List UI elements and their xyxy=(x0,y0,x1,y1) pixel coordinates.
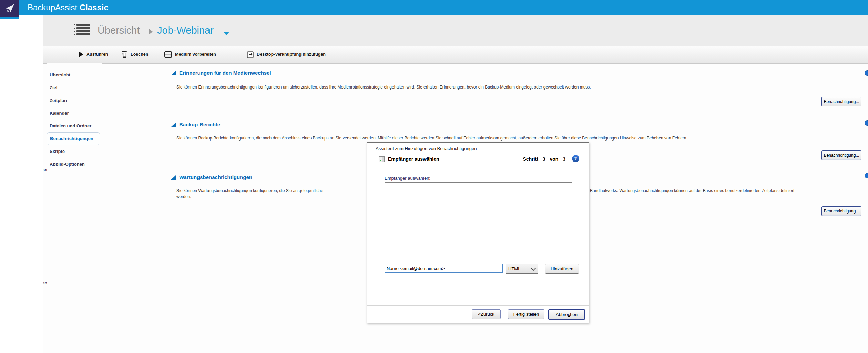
play-icon xyxy=(79,51,83,58)
logo-underline xyxy=(0,17,19,19)
cancel-button[interactable]: Abbrechen xyxy=(548,309,585,320)
subnav-item-abbild-optionen[interactable]: Abbild-Optionen xyxy=(47,158,100,170)
recipients-listbox[interactable] xyxy=(385,182,572,260)
format-select-value: HTML xyxy=(506,266,532,271)
add-notification-wizard-dialog: Assistent zum Hinzufügen von Benachricht… xyxy=(367,142,589,323)
format-select[interactable]: HTML xyxy=(506,264,538,274)
notification-button-1[interactable]: Benachrichtigung... xyxy=(821,97,861,106)
section-title-backup-berichte: Backup-Berichte xyxy=(179,122,220,127)
dialog-step-heading: Empfänger auswählen xyxy=(388,156,439,162)
notification-button-2[interactable]: Benachrichtigung... xyxy=(821,150,861,160)
dialog-title: Assistent zum Hinzufügen von Benachricht… xyxy=(376,146,477,151)
recipients-label: Empfänger auswählen: xyxy=(385,176,430,181)
job-list-icon[interactable] xyxy=(76,23,90,37)
subnav-item-zeitplan[interactable]: Zeitplan xyxy=(47,94,100,107)
subnav-item-uebersicht[interactable]: Übersicht xyxy=(47,69,100,81)
dialog-separator xyxy=(367,169,589,169)
app-logo xyxy=(0,0,19,17)
back-button[interactable]: < Zurück xyxy=(472,309,501,319)
job-dropdown-caret-icon[interactable] xyxy=(223,32,229,35)
subnav-item-dateien-und-ordner[interactable]: Dateien und Ordner xyxy=(47,120,100,132)
section-title-medienwechsel: Erinnerungen für den Medienwechsel xyxy=(179,70,271,76)
trash-icon xyxy=(121,51,127,58)
section-body-wartung-wrap: werden. xyxy=(176,194,191,199)
subnav-item-skripte[interactable]: Skripte xyxy=(47,145,100,158)
main-sidebar xyxy=(0,15,43,353)
section-marker-icon xyxy=(171,123,176,127)
section-marker-icon xyxy=(171,175,176,180)
media-drive-icon xyxy=(164,51,172,58)
subnav-divider xyxy=(102,63,102,353)
top-bar xyxy=(0,0,868,15)
section-body-medienwechsel: Sie können Erinnerungsbenachrichtigungen… xyxy=(176,85,591,90)
dialog-footer-separator xyxy=(367,305,589,306)
subnav-item-kalender[interactable]: Kalender xyxy=(47,107,100,120)
section-body-wartung-right: Bandlaufwerks. Wartungsbenachrichtigunge… xyxy=(590,188,794,193)
subnav-item-ziel[interactable]: Ziel xyxy=(47,81,100,94)
breadcrumb-parent[interactable]: Übersicht xyxy=(98,25,140,36)
section-body-backup-berichte: Sie können Backup-Berichte konfigurieren… xyxy=(176,136,687,141)
breadcrumb-chevron-icon xyxy=(149,29,153,34)
recipient-step-icon xyxy=(379,156,385,162)
chevron-down-icon xyxy=(531,266,536,270)
delete-button[interactable]: Löschen xyxy=(121,46,148,63)
section-body-wartung-left: Sie können Wartungsbenachrichtigungen ko… xyxy=(176,188,323,193)
prepare-media-button[interactable]: Medium vorbereiten xyxy=(164,46,216,63)
section-help-icon-3[interactable] xyxy=(865,173,868,178)
app-title: BackupAssist Classic xyxy=(28,0,109,15)
finish-button[interactable]: Fertig stellen xyxy=(508,309,544,319)
add-recipient-button[interactable]: Hinzufügen xyxy=(545,264,579,274)
paper-plane-icon xyxy=(4,3,16,14)
run-button[interactable]: Ausführen xyxy=(79,46,108,63)
section-title-wartung: Wartungsbenachrichtigungen xyxy=(179,174,252,180)
subnav-item-benachrichtigungen[interactable]: Benachrichtigungen xyxy=(47,132,100,145)
help-icon[interactable]: ? xyxy=(572,155,579,162)
dialog-step-indicator: Schritt 3 von 3 xyxy=(523,156,565,162)
recipient-email-input[interactable] xyxy=(385,264,503,273)
backupassist-window: BackupAssist Classic JOBS Übersicht Neue… xyxy=(0,0,868,353)
shortcut-icon xyxy=(247,51,254,58)
job-settings-subnav: Übersicht Ziel Zeitplan Kalender Dateien… xyxy=(47,63,102,353)
section-marker-icon xyxy=(171,71,176,75)
breadcrumb-current-job[interactable]: Job-Webinar xyxy=(157,25,214,36)
section-help-icon-1[interactable] xyxy=(865,70,868,76)
section-help-icon-2[interactable] xyxy=(865,120,868,126)
notification-button-3[interactable]: Benachrichtigung... xyxy=(821,206,861,216)
desktop-shortcut-button[interactable]: Desktop-Verknüpfung hinzufügen xyxy=(247,46,326,63)
